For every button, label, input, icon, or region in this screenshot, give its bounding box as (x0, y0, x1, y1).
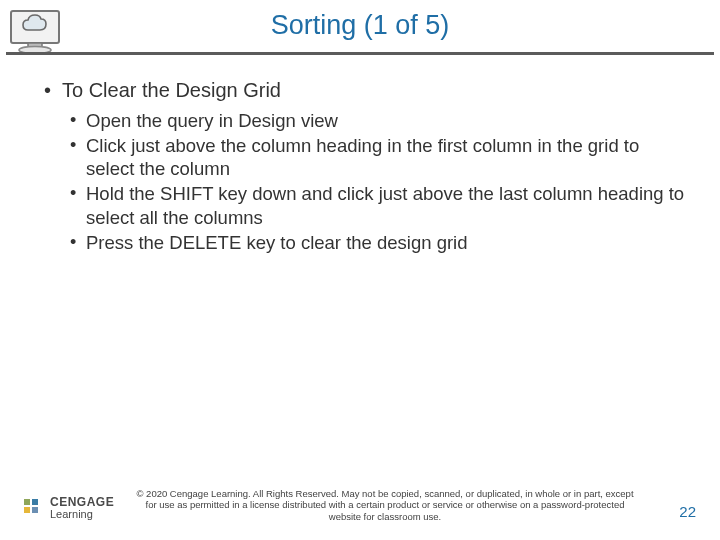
footer: CENGAGE Learning © 2020 Cengage Learning… (0, 476, 720, 522)
brand-subname: Learning (50, 508, 114, 520)
main-bullet-text: To Clear the Design Grid (62, 79, 281, 101)
copyright-text: © 2020 Cengage Learning. All Rights Rese… (130, 488, 640, 522)
sub-bullets: Open the query in Design view Click just… (70, 109, 690, 254)
svg-rect-3 (24, 499, 30, 505)
step-text: Hold the SHIFT key down and click just a… (86, 183, 684, 227)
main-bullet: To Clear the Design Grid (44, 78, 690, 103)
svg-rect-6 (32, 507, 38, 513)
brand-name: CENGAGE (50, 496, 114, 508)
slide: Sorting (1 of 5) To Clear the Design Gri… (0, 0, 720, 540)
step-text: Open the query in Design view (86, 110, 338, 131)
step-item: Click just above the column heading in t… (70, 134, 690, 180)
step-item: Open the query in Design view (70, 109, 690, 132)
brand-text-block: CENGAGE Learning (50, 496, 114, 520)
step-item: Hold the SHIFT key down and click just a… (70, 182, 690, 228)
brand-logo: CENGAGE Learning (22, 496, 114, 520)
page-number: 22 (679, 503, 696, 520)
svg-rect-4 (32, 499, 38, 505)
svg-rect-5 (24, 507, 30, 513)
title-divider (6, 52, 714, 55)
cengage-mark-icon (22, 497, 44, 519)
step-text: Click just above the column heading in t… (86, 135, 639, 179)
body-content: To Clear the Design Grid Open the query … (44, 78, 690, 256)
title-area: Sorting (1 of 5) (0, 10, 720, 41)
step-text: Press the DELETE key to clear the design… (86, 232, 468, 253)
step-item: Press the DELETE key to clear the design… (70, 231, 690, 254)
slide-title: Sorting (1 of 5) (0, 10, 720, 41)
